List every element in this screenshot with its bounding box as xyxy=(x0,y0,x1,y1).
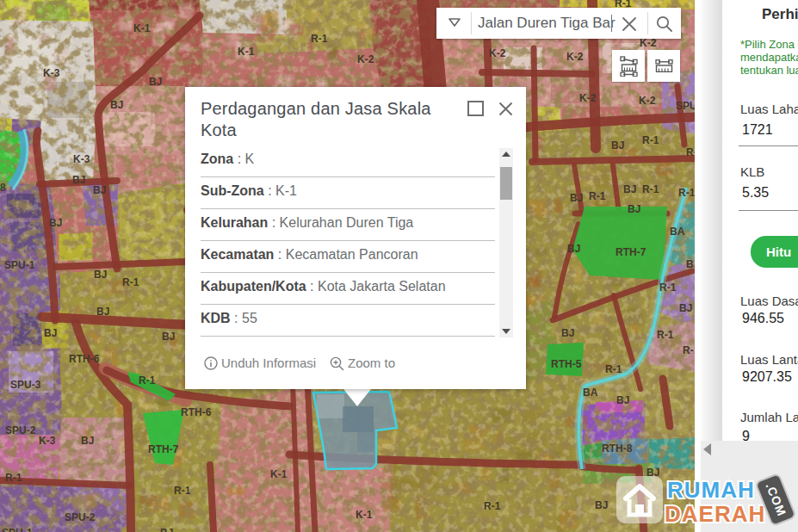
svg-text:BJ: BJ xyxy=(570,192,583,204)
svg-text:RTH-6: RTH-6 xyxy=(181,406,212,418)
svg-text:R-1: R-1 xyxy=(311,33,328,45)
svg-text:R-1: R-1 xyxy=(484,500,501,512)
svg-text:BJ: BJ xyxy=(94,269,107,281)
svg-text:BJ: BJ xyxy=(679,302,692,314)
svg-text:RTH-6: RTH-6 xyxy=(69,353,100,365)
svg-text:K-2: K-2 xyxy=(566,51,584,63)
svg-text:K-1: K-1 xyxy=(270,468,288,480)
svg-text:BJ: BJ xyxy=(49,217,62,229)
svg-text:SPU-1: SPU-1 xyxy=(4,259,35,271)
svg-text:R-1: R-1 xyxy=(5,472,22,484)
svg-text:BJ: BJ xyxy=(628,203,640,215)
svg-text:BJ: BJ xyxy=(81,435,94,447)
svg-text:K-2: K-2 xyxy=(640,37,657,49)
svg-text:R-1: R-1 xyxy=(642,134,659,146)
svg-text:BJ: BJ xyxy=(567,243,580,255)
svg-text:K-2: K-2 xyxy=(489,47,506,59)
svg-text:K-1: K-1 xyxy=(238,46,255,58)
svg-text:SPU-3: SPU-3 xyxy=(10,379,41,391)
svg-text:BJ: BJ xyxy=(44,327,57,339)
svg-text:R-1: R-1 xyxy=(659,281,677,294)
svg-text:K-2: K-2 xyxy=(357,53,374,65)
svg-text:BA: BA xyxy=(670,226,685,238)
svg-text:R-1: R-1 xyxy=(657,329,674,341)
svg-text:R-1: R-1 xyxy=(589,190,606,202)
svg-text:BA: BA xyxy=(583,387,598,399)
svg-text:BJ: BJ xyxy=(110,99,123,111)
svg-text:BJ: BJ xyxy=(623,183,636,195)
svg-text:SPU: SPU xyxy=(676,100,697,112)
svg-text:SPU-1: SPU-1 xyxy=(2,527,33,532)
svg-text:K-3: K-3 xyxy=(73,153,90,165)
svg-text:BJ: BJ xyxy=(96,306,109,318)
svg-text:8: 8 xyxy=(0,182,6,194)
svg-text:BJ: BJ xyxy=(160,527,173,532)
svg-text:R-1: R-1 xyxy=(678,187,696,199)
svg-text:SPU-2: SPU-2 xyxy=(65,511,96,523)
svg-text:RTH-8: RTH-8 xyxy=(602,442,633,455)
svg-text:BJ: BJ xyxy=(72,174,85,186)
svg-text:BJ: BJ xyxy=(611,139,624,152)
svg-text:BJ: BJ xyxy=(616,394,629,406)
svg-text:RTH-7: RTH-7 xyxy=(616,246,646,258)
svg-text:R-1: R-1 xyxy=(139,374,156,387)
svg-text:RTH-5: RTH-5 xyxy=(551,358,582,370)
svg-text:BJ: BJ xyxy=(93,184,106,196)
svg-text:K-1: K-1 xyxy=(133,22,151,34)
svg-text:BJ: BJ xyxy=(162,331,175,343)
svg-text:K-3: K-3 xyxy=(39,435,56,447)
svg-text:K-2: K-2 xyxy=(639,95,656,107)
svg-text:R-1: R-1 xyxy=(605,363,622,375)
svg-text:R-1: R-1 xyxy=(642,183,659,195)
svg-text:SPU-2: SPU-2 xyxy=(5,424,36,436)
svg-text:BJ: BJ xyxy=(561,327,574,339)
svg-text:RTH-7: RTH-7 xyxy=(148,443,179,455)
svg-text:K-1: K-1 xyxy=(356,509,373,521)
svg-text:R-1: R-1 xyxy=(174,485,191,497)
svg-text:K-2: K-2 xyxy=(579,92,597,104)
svg-text:R-1: R-1 xyxy=(122,276,139,288)
svg-text:BJ: BJ xyxy=(149,76,162,88)
svg-text:K-3: K-3 xyxy=(43,67,60,79)
